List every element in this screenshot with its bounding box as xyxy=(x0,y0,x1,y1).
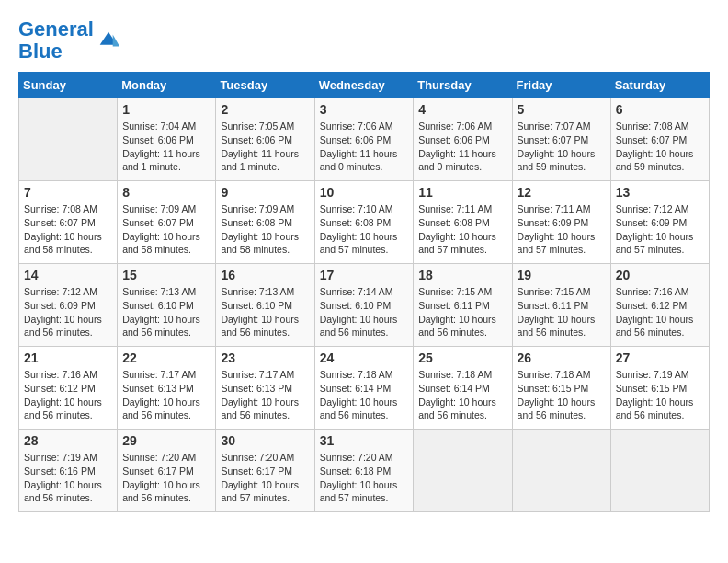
day-info: Sunrise: 7:18 AM Sunset: 6:14 PM Dayligh… xyxy=(418,368,506,422)
calendar-cell: 25Sunrise: 7:18 AM Sunset: 6:14 PM Dayli… xyxy=(414,347,512,430)
day-info: Sunrise: 7:13 AM Sunset: 6:10 PM Dayligh… xyxy=(122,285,210,339)
day-info: Sunrise: 7:06 AM Sunset: 6:06 PM Dayligh… xyxy=(418,120,506,174)
day-number: 14 xyxy=(24,268,112,282)
day-number: 27 xyxy=(616,350,704,365)
day-number: 8 xyxy=(122,185,210,200)
calendar-cell: 23Sunrise: 7:17 AM Sunset: 6:13 PM Dayli… xyxy=(216,347,314,430)
calendar-week-row: 14Sunrise: 7:12 AM Sunset: 6:09 PM Dayli… xyxy=(19,264,710,347)
day-info: Sunrise: 7:17 AM Sunset: 6:13 PM Dayligh… xyxy=(221,368,309,422)
day-info: Sunrise: 7:07 AM Sunset: 6:07 PM Dayligh… xyxy=(518,120,606,174)
day-number: 20 xyxy=(616,268,704,282)
day-number: 15 xyxy=(122,268,210,282)
calendar-cell: 1Sunrise: 7:04 AM Sunset: 6:06 PM Daylig… xyxy=(118,98,216,181)
day-number: 21 xyxy=(24,350,112,365)
logo-text: General Blue xyxy=(18,18,94,63)
day-info: Sunrise: 7:10 AM Sunset: 6:08 PM Dayligh… xyxy=(320,202,409,257)
logo-icon xyxy=(96,28,121,53)
calendar-cell xyxy=(512,430,610,512)
day-number: 11 xyxy=(418,185,506,200)
day-number: 31 xyxy=(320,433,409,448)
calendar-cell: 27Sunrise: 7:19 AM Sunset: 6:15 PM Dayli… xyxy=(610,347,709,430)
calendar-cell: 10Sunrise: 7:10 AM Sunset: 6:08 PM Dayli… xyxy=(314,181,414,264)
day-info: Sunrise: 7:20 AM Sunset: 6:17 PM Dayligh… xyxy=(122,451,210,505)
calendar-cell: 3Sunrise: 7:06 AM Sunset: 6:06 PM Daylig… xyxy=(314,98,414,181)
day-number: 12 xyxy=(518,185,606,200)
calendar-cell: 30Sunrise: 7:20 AM Sunset: 6:17 PM Dayli… xyxy=(216,430,314,512)
day-number: 6 xyxy=(616,102,704,117)
calendar-cell: 8Sunrise: 7:09 AM Sunset: 6:07 PM Daylig… xyxy=(118,181,216,264)
day-number: 7 xyxy=(24,185,112,200)
calendar-cell: 2Sunrise: 7:05 AM Sunset: 6:06 PM Daylig… xyxy=(216,98,314,181)
day-info: Sunrise: 7:11 AM Sunset: 6:08 PM Dayligh… xyxy=(418,202,506,257)
calendar-cell: 16Sunrise: 7:13 AM Sunset: 6:10 PM Dayli… xyxy=(216,264,314,347)
calendar-cell: 19Sunrise: 7:15 AM Sunset: 6:11 PM Dayli… xyxy=(512,264,610,347)
day-info: Sunrise: 7:20 AM Sunset: 6:17 PM Dayligh… xyxy=(221,451,309,505)
day-info: Sunrise: 7:05 AM Sunset: 6:06 PM Dayligh… xyxy=(221,120,309,174)
day-info: Sunrise: 7:16 AM Sunset: 6:12 PM Dayligh… xyxy=(24,368,112,422)
day-number: 10 xyxy=(320,185,409,200)
calendar-cell: 20Sunrise: 7:16 AM Sunset: 6:12 PM Dayli… xyxy=(610,264,709,347)
calendar-cell: 24Sunrise: 7:18 AM Sunset: 6:14 PM Dayli… xyxy=(314,347,414,430)
day-number: 18 xyxy=(418,268,506,282)
calendar-cell: 31Sunrise: 7:20 AM Sunset: 6:18 PM Dayli… xyxy=(314,430,414,512)
calendar-cell: 14Sunrise: 7:12 AM Sunset: 6:09 PM Dayli… xyxy=(19,264,118,347)
calendar-cell: 9Sunrise: 7:09 AM Sunset: 6:08 PM Daylig… xyxy=(216,181,314,264)
weekday-header: Monday xyxy=(118,73,216,98)
day-info: Sunrise: 7:18 AM Sunset: 6:15 PM Dayligh… xyxy=(518,368,606,422)
day-info: Sunrise: 7:14 AM Sunset: 6:10 PM Dayligh… xyxy=(320,285,409,339)
day-number: 25 xyxy=(418,350,506,365)
calendar-cell: 7Sunrise: 7:08 AM Sunset: 6:07 PM Daylig… xyxy=(19,181,118,264)
day-number: 4 xyxy=(418,102,506,117)
calendar-cell: 15Sunrise: 7:13 AM Sunset: 6:10 PM Dayli… xyxy=(118,264,216,347)
day-info: Sunrise: 7:04 AM Sunset: 6:06 PM Dayligh… xyxy=(122,120,210,174)
day-number: 23 xyxy=(221,350,309,365)
calendar-cell: 28Sunrise: 7:19 AM Sunset: 6:16 PM Dayli… xyxy=(19,430,118,512)
day-number: 28 xyxy=(24,433,112,448)
calendar-cell: 5Sunrise: 7:07 AM Sunset: 6:07 PM Daylig… xyxy=(512,98,610,181)
weekday-header: Saturday xyxy=(610,73,709,98)
day-info: Sunrise: 7:19 AM Sunset: 6:16 PM Dayligh… xyxy=(24,451,112,505)
day-info: Sunrise: 7:06 AM Sunset: 6:06 PM Dayligh… xyxy=(320,120,409,174)
day-info: Sunrise: 7:17 AM Sunset: 6:13 PM Dayligh… xyxy=(122,368,210,422)
day-number: 30 xyxy=(221,433,309,448)
calendar-cell: 17Sunrise: 7:14 AM Sunset: 6:10 PM Dayli… xyxy=(314,264,414,347)
day-number: 19 xyxy=(518,268,606,282)
day-info: Sunrise: 7:11 AM Sunset: 6:09 PM Dayligh… xyxy=(518,202,606,257)
calendar-cell: 11Sunrise: 7:11 AM Sunset: 6:08 PM Dayli… xyxy=(414,181,512,264)
calendar-cell: 13Sunrise: 7:12 AM Sunset: 6:09 PM Dayli… xyxy=(610,181,709,264)
calendar-week-row: 28Sunrise: 7:19 AM Sunset: 6:16 PM Dayli… xyxy=(19,430,710,512)
day-number: 13 xyxy=(616,185,704,200)
calendar-cell: 29Sunrise: 7:20 AM Sunset: 6:17 PM Dayli… xyxy=(118,430,216,512)
day-number: 26 xyxy=(518,350,606,365)
calendar-cell: 4Sunrise: 7:06 AM Sunset: 6:06 PM Daylig… xyxy=(414,98,512,181)
weekday-header: Friday xyxy=(512,73,610,98)
day-number: 24 xyxy=(320,350,409,365)
day-info: Sunrise: 7:09 AM Sunset: 6:07 PM Dayligh… xyxy=(122,202,210,257)
calendar-cell xyxy=(610,430,709,512)
weekday-header: Tuesday xyxy=(216,73,314,98)
day-info: Sunrise: 7:08 AM Sunset: 6:07 PM Dayligh… xyxy=(616,120,704,174)
calendar-cell xyxy=(414,430,512,512)
calendar-header-row: SundayMondayTuesdayWednesdayThursdayFrid… xyxy=(19,73,710,98)
calendar-table: SundayMondayTuesdayWednesdayThursdayFrid… xyxy=(18,72,710,512)
day-number: 2 xyxy=(221,102,309,117)
day-number: 17 xyxy=(320,268,409,282)
day-info: Sunrise: 7:15 AM Sunset: 6:11 PM Dayligh… xyxy=(518,285,606,339)
weekday-header: Thursday xyxy=(414,73,512,98)
day-info: Sunrise: 7:13 AM Sunset: 6:10 PM Dayligh… xyxy=(221,285,309,339)
calendar-week-row: 7Sunrise: 7:08 AM Sunset: 6:07 PM Daylig… xyxy=(19,181,710,264)
day-info: Sunrise: 7:20 AM Sunset: 6:18 PM Dayligh… xyxy=(320,451,409,505)
day-number: 5 xyxy=(518,102,606,117)
logo: General Blue xyxy=(18,18,121,63)
calendar-week-row: 21Sunrise: 7:16 AM Sunset: 6:12 PM Dayli… xyxy=(19,347,710,430)
day-number: 1 xyxy=(122,102,210,117)
day-number: 29 xyxy=(122,433,210,448)
day-info: Sunrise: 7:16 AM Sunset: 6:12 PM Dayligh… xyxy=(616,285,704,339)
day-info: Sunrise: 7:12 AM Sunset: 6:09 PM Dayligh… xyxy=(24,285,112,339)
day-info: Sunrise: 7:08 AM Sunset: 6:07 PM Dayligh… xyxy=(24,202,112,257)
day-number: 9 xyxy=(221,185,309,200)
day-info: Sunrise: 7:18 AM Sunset: 6:14 PM Dayligh… xyxy=(320,368,409,422)
calendar-week-row: 1Sunrise: 7:04 AM Sunset: 6:06 PM Daylig… xyxy=(19,98,710,181)
calendar-cell: 22Sunrise: 7:17 AM Sunset: 6:13 PM Dayli… xyxy=(118,347,216,430)
calendar-cell: 18Sunrise: 7:15 AM Sunset: 6:11 PM Dayli… xyxy=(414,264,512,347)
